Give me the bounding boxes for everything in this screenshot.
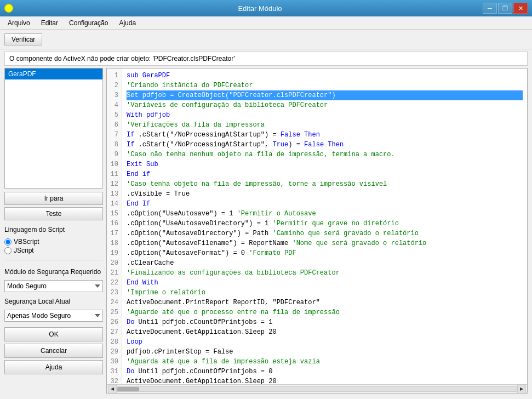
menu-editar[interactable]: Editar	[36, 18, 64, 28]
code-line-16: .cOption("UseAutosaveDirectory") = 1 'Pe…	[127, 219, 523, 229]
modulo-seg-label: Módulo de Segurança Requerido	[4, 268, 103, 276]
code-line-4: 'Variáveis de configuração da biblioteca…	[127, 100, 523, 110]
linguagem-label: Linguagem do Script	[4, 226, 103, 233]
code-line-7: If .cStart("/NoProcessingAtStartup") = F…	[127, 130, 523, 140]
teste-button[interactable]: Teste	[4, 207, 103, 220]
main-content: GeraPDF Ir para Teste Linguagem do Scrip…	[0, 68, 532, 398]
code-line-28: Loop	[127, 337, 523, 347]
error-message: O componente do ActiveX não pode criar o…	[9, 55, 234, 62]
code-editor: 1234567891011121314151617181920212223242…	[106, 68, 528, 394]
code-line-14: End If	[127, 199, 523, 209]
jscript-label: JScript	[14, 247, 34, 254]
menu-configuracao[interactable]: Configuração	[64, 18, 113, 28]
code-line-29: pdfjob.cPrinterStop = False	[127, 347, 523, 357]
code-line-21: 'Finalizando as configurações da bibliot…	[127, 268, 523, 278]
code-line-18: .cOption("AutosaveFilename") = ReportNam…	[127, 238, 523, 248]
code-line-3: Set pdfjob = CreateObject("PDFCreator.cl…	[127, 90, 523, 100]
scroll-left-arrow[interactable]: ◀	[108, 385, 117, 394]
code-line-5: With pdfjob	[127, 110, 523, 120]
bottom-buttons: OK Cancelar Ajuda	[4, 327, 103, 374]
modulo-seg-select[interactable]: Modo Seguro Modo Inseguro	[4, 280, 103, 292]
menu-arquivo[interactable]: Arquivo	[2, 18, 36, 28]
code-line-26: Do Until pdfjob.cCountOfPrintjobs = 1	[127, 317, 523, 327]
code-line-32: ActiveDocument.GetApplication.Sleep 20	[127, 377, 523, 384]
left-panel: GeraPDF Ir para Teste Linguagem do Scrip…	[4, 68, 103, 394]
verify-button[interactable]: Verificar	[4, 33, 42, 45]
code-scroll-area[interactable]: 1234567891011121314151617181920212223242…	[107, 69, 527, 384]
code-line-17: .cOption("AutosaveDirectory") = Path 'Ca…	[127, 229, 523, 238]
scroll-thumb[interactable]	[117, 387, 139, 391]
jscript-radio[interactable]: JScript	[4, 247, 103, 254]
code-line-2: 'Criando instância do PDFCreator	[127, 81, 523, 90]
code-line-11: End if	[127, 169, 523, 179]
code-line-10: Exit Sub	[127, 159, 523, 169]
code-line-6: 'Verificações da fila da impressora	[127, 120, 523, 130]
vbscript-radio[interactable]: VBScript	[4, 238, 103, 246]
toolbar: Verificar	[0, 30, 532, 49]
code-line-19: .cOption("AutosaveFormat") = 0 'Formato …	[127, 248, 523, 258]
left-buttons: Ir para Teste	[4, 192, 103, 220]
code-line-1: sub GeraPDF	[127, 71, 523, 81]
code-line-12: 'Caso tenha objeto na fila de impressão,…	[127, 179, 523, 189]
ajuda-button[interactable]: Ajuda	[4, 360, 103, 374]
module-item-gerapdf[interactable]: GeraPDF	[5, 69, 102, 79]
scroll-track[interactable]	[117, 386, 517, 392]
ir-para-button[interactable]: Ir para	[4, 192, 103, 205]
close-button[interactable]: ✕	[513, 3, 528, 14]
divider-1	[4, 260, 103, 260]
code-line-30: 'Aguarda até que a fila de impressão est…	[127, 357, 523, 367]
code-line-9: 'Caso não tenha nenhum objeto na fila de…	[127, 150, 523, 159]
ok-button[interactable]: OK	[4, 327, 103, 341]
seg-local-select[interactable]: Apenas Modo Seguro Modo Inseguro	[4, 310, 103, 322]
horizontal-scrollbar[interactable]: ◀ ▶	[107, 384, 527, 393]
seg-local-label: Segurança Local Atual	[4, 298, 103, 305]
code-line-24: ActiveDocument.PrintReport ReportID, "PD…	[127, 298, 523, 307]
window-title: Editar Módulo	[37, 4, 483, 13]
code-line-31: Do Until pdfjob.cCountOfPrintjobs = 0	[127, 367, 523, 377]
vbscript-label: VBScript	[14, 238, 39, 246]
code-line-8: If .cStart("/NoProcessingAtStartup", Tru…	[127, 140, 523, 150]
title-bar: Editar Módulo ─ ❐ ✕	[0, 0, 532, 16]
cancelar-button[interactable]: Cancelar	[4, 344, 103, 358]
scroll-right-arrow[interactable]: ▶	[517, 385, 526, 394]
window-controls: ─ ❐ ✕	[483, 3, 528, 14]
script-radio-group: VBScript JScript	[4, 238, 103, 254]
code-line-15: .cOption("UseAutosave") = 1 'Permitir o …	[127, 209, 523, 219]
module-list[interactable]: GeraPDF	[4, 68, 103, 189]
line-numbers: 1234567891011121314151617181920212223242…	[107, 69, 122, 384]
code-line-25: 'Aguarde até que o processo entre na fil…	[127, 307, 523, 317]
code-line-22: End With	[127, 278, 523, 288]
code-content[interactable]: sub GeraPDF'Criando instância do PDFCrea…	[122, 69, 527, 384]
error-bar: O componente do ActiveX não pode criar o…	[4, 52, 528, 66]
code-line-20: .cClearCache	[127, 258, 523, 268]
menu-ajuda[interactable]: Ajuda	[113, 18, 141, 28]
minimize-button[interactable]: ─	[483, 3, 497, 14]
menu-bar: Arquivo Editar Configuração Ajuda	[0, 16, 532, 30]
code-line-13: .cVisible = True	[127, 189, 523, 199]
code-line-23: 'Imprime o relatório	[127, 288, 523, 298]
restore-button[interactable]: ❐	[498, 3, 512, 14]
code-line-27: ActiveDocument.GetApplication.Sleep 20	[127, 327, 523, 337]
